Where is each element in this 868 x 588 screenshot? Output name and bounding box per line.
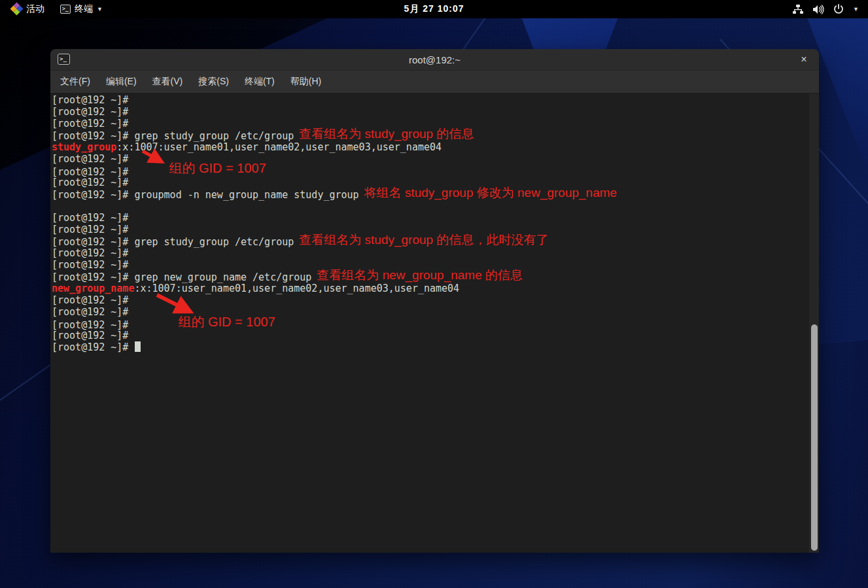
terminal-line: study_group:x:1007:user_name01,user_name… xyxy=(52,141,808,153)
terminal-text: [root@192 ~]# xyxy=(52,259,128,271)
terminal-line: [root@192 ~]# xyxy=(52,247,808,259)
terminal-line: [root@192 ~]# xyxy=(52,153,808,165)
terminal-text: [root@192 ~]# xyxy=(52,153,128,165)
window-title: root@192:~ xyxy=(50,54,819,65)
terminal-content[interactable]: [root@192 ~]#[root@192 ~]#[root@192 ~]#[… xyxy=(50,94,819,553)
network-icon[interactable] xyxy=(793,5,803,14)
terminal-text: [root@192 ~]# xyxy=(52,247,128,259)
gnome-top-bar: 活动 >_ 终端 ▼ 5月 27 10:07 ▼ xyxy=(0,0,868,18)
terminal-text: [root@192 ~]# xyxy=(52,118,128,130)
menu-bar: 文件(F)编辑(E)查看(V)搜索(S)终端(T)帮助(H) xyxy=(50,71,819,94)
terminal-text: [root@192 ~]# xyxy=(52,294,128,306)
volume-icon[interactable] xyxy=(812,5,824,14)
window-titlebar[interactable]: >_ root@192:~ × xyxy=(50,49,819,71)
power-icon[interactable] xyxy=(833,4,844,14)
terminal-window-icon: >_ xyxy=(58,54,70,65)
terminal-text: [root@192 ~]# xyxy=(52,212,128,224)
terminal-line: [root@192 ~]# groupmod -n new_group_name… xyxy=(52,188,808,200)
red-annotation-text: 查看组名为 study_group 的信息 xyxy=(299,127,474,141)
terminal-text: [root@192 ~]# groupmod -n new_group_name… xyxy=(52,189,359,201)
grep-match-text: new_group_name xyxy=(52,283,134,294)
terminal-text: [root@192 ~]# xyxy=(52,224,128,235)
scrollbar-thumb[interactable] xyxy=(811,324,818,551)
terminal-line: [root@192 ~]# xyxy=(52,106,808,118)
terminal-line: [root@192 ~]# xyxy=(52,330,808,341)
close-button[interactable]: × xyxy=(797,52,811,67)
terminal-line: [root@192 ~]# xyxy=(52,212,808,224)
menu-help[interactable]: 帮助(H) xyxy=(283,73,328,91)
red-annotation-text: 将组名 study_group 修改为 new_group_name xyxy=(364,186,617,199)
terminal-line: new_group_name:x:1007:user_name01,user_n… xyxy=(52,283,808,294)
scrollbar[interactable] xyxy=(809,94,819,553)
terminal-text: :x:1007:user_name01,user_name02,user_nam… xyxy=(134,283,459,294)
terminal-text: [root@192 ~]# xyxy=(52,177,128,188)
red-annotation-text: 组的 GID = 1007 xyxy=(178,315,275,329)
red-annotation-text: 组的 GID = 1007 xyxy=(169,161,266,175)
terminal-line: [root@192 ~]# xyxy=(52,341,808,353)
terminal-text: [root@192 ~]# xyxy=(52,330,128,341)
chevron-down-icon[interactable]: ▼ xyxy=(853,6,859,12)
terminal-text: [root@192 ~]# grep new_group_name /etc/g… xyxy=(52,271,311,283)
terminal-line: [root@192 ~]# xyxy=(52,294,808,306)
menu-edit[interactable]: 编辑(E) xyxy=(99,73,144,91)
terminal-cursor xyxy=(135,341,141,352)
menu-view[interactable]: 查看(V) xyxy=(145,73,190,91)
red-annotation-text: 查看组名为 study_group 的信息，此时没有了 xyxy=(299,233,548,247)
terminal-text: [root@192 ~]# grep study_group /etc/grou… xyxy=(52,130,294,142)
red-annotation-text: 查看组名为 new_group_name 的信息 xyxy=(317,268,523,282)
terminal-line: [root@192 ~]# xyxy=(52,94,808,106)
terminal-text: [root@192 ~]# xyxy=(52,94,128,106)
clock[interactable]: 5月 27 10:07 xyxy=(0,3,868,15)
terminal-text: [root@192 ~]# xyxy=(52,306,128,318)
terminal-line: [root@192 ~]#组的 GID = 1007 xyxy=(52,318,808,330)
menu-file[interactable]: 文件(F) xyxy=(53,73,97,91)
terminal-line: [root@192 ~]#组的 GID = 1007 xyxy=(52,165,808,177)
menu-terminal[interactable]: 终端(T) xyxy=(237,73,282,91)
grep-match-text: study_group xyxy=(52,141,116,153)
menu-search[interactable]: 搜索(S) xyxy=(191,73,236,91)
terminal-text: [root@192 ~]# grep study_group /etc/grou… xyxy=(52,236,294,248)
terminal-text: [root@192 ~]# xyxy=(52,106,128,118)
terminal-line: [root@192 ~]# grep new_group_name /etc/g… xyxy=(52,271,808,283)
terminal-line: [root@192 ~]# grep study_group /etc/grou… xyxy=(52,130,808,141)
terminal-lines: [root@192 ~]#[root@192 ~]#[root@192 ~]#[… xyxy=(52,94,808,353)
terminal-text: [root@192 ~]# xyxy=(52,341,134,353)
terminal-text: :x:1007:user_name01,user_name02,user_nam… xyxy=(116,141,442,153)
terminal-line xyxy=(52,200,808,212)
terminal-line: [root@192 ~]# grep study_group /etc/grou… xyxy=(52,235,808,247)
terminal-window: >_ root@192:~ × 文件(F)编辑(E)查看(V)搜索(S)终端(T… xyxy=(50,49,819,553)
terminal-line: [root@192 ~]# xyxy=(52,306,808,318)
